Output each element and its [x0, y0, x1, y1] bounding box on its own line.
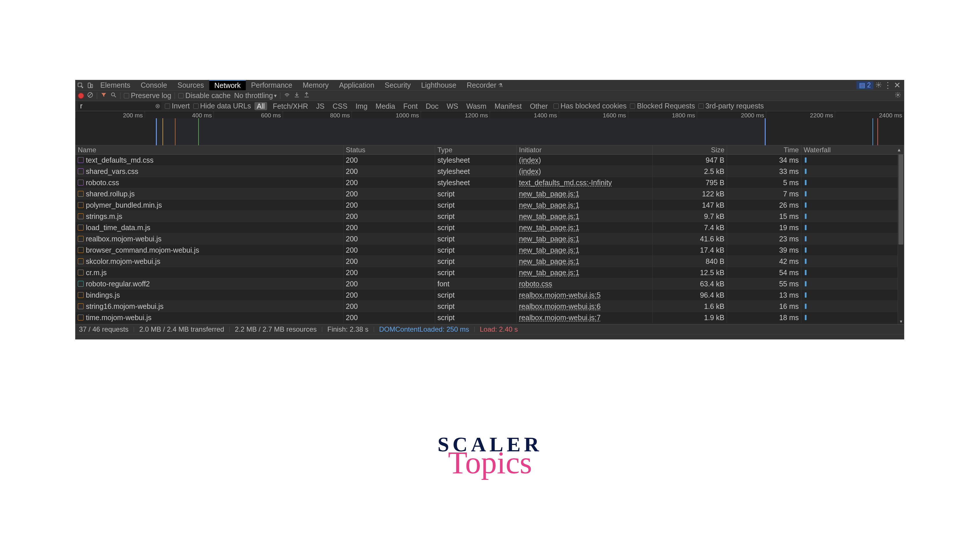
third-party-checkbox[interactable]: 3rd-party requests: [698, 102, 764, 110]
timeline-overview[interactable]: 200 ms 400 ms 600 ms 800 ms 1000 ms 1200…: [75, 111, 904, 145]
header-name[interactable]: Name: [75, 145, 344, 154]
file-name: shared.rollup.js: [86, 190, 135, 198]
initiator-link[interactable]: new_tab_page.js:1: [519, 224, 579, 232]
header-size[interactable]: Size: [653, 145, 727, 154]
table-row[interactable]: string16.mojom-webui.js200scriptrealbox.…: [75, 301, 904, 312]
tab-elements[interactable]: Elements: [95, 80, 135, 90]
initiator-link[interactable]: realbox.mojom-webui.js:5: [519, 291, 600, 299]
initiator-link[interactable]: realbox.mojom-webui.js:7: [519, 313, 600, 322]
table-row[interactable]: load_time_data.m.js200scriptnew_tab_page…: [75, 222, 904, 233]
table-row[interactable]: shared.rollup.js200scriptnew_tab_page.js…: [75, 188, 904, 200]
table-row[interactable]: time.mojom-webui.js200scriptrealbox.mojo…: [75, 312, 904, 323]
status-cell: 200: [344, 211, 435, 222]
filter-type-manifest[interactable]: Manifest: [492, 102, 524, 110]
table-row[interactable]: strings.m.js200scriptnew_tab_page.js:19.…: [75, 211, 904, 222]
inspect-element-icon[interactable]: [75, 82, 85, 89]
header-initiator[interactable]: Initiator: [517, 145, 653, 154]
export-har-icon[interactable]: [304, 91, 310, 100]
vertical-scrollbar[interactable]: ▴ ▾: [897, 155, 904, 324]
initiator-link[interactable]: new_tab_page.js:1: [519, 190, 579, 198]
issues-button[interactable]: ▤ 2: [856, 81, 873, 89]
initiator-link[interactable]: new_tab_page.js:1: [519, 235, 579, 243]
filter-toggle-icon[interactable]: [100, 91, 107, 100]
time-cell: 42 ms: [727, 256, 801, 267]
disable-cache-checkbox[interactable]: Disable cache: [178, 91, 231, 100]
filter-type-js[interactable]: JS: [314, 102, 327, 110]
filter-type-media[interactable]: Media: [373, 102, 397, 110]
initiator-link[interactable]: realbox.mojom-webui.js:6: [519, 302, 600, 311]
import-har-icon[interactable]: [294, 91, 300, 100]
filter-type-other[interactable]: Other: [528, 102, 550, 110]
network-conditions-icon[interactable]: [284, 91, 290, 100]
time-cell: 34 ms: [727, 155, 801, 166]
initiator-link[interactable]: new_tab_page.js:1: [519, 257, 579, 266]
header-time[interactable]: Time: [727, 145, 801, 154]
timeline-selection[interactable]: [156, 118, 765, 145]
filter-type-img[interactable]: Img: [353, 102, 370, 110]
blocked-requests-checkbox[interactable]: Blocked Requests: [630, 102, 695, 110]
close-devtools-icon[interactable]: ✕: [893, 80, 901, 90]
table-row[interactable]: polymer_bundled.min.js200scriptnew_tab_p…: [75, 200, 904, 211]
initiator-link[interactable]: (index): [519, 156, 541, 164]
table-row[interactable]: bindings.js200scriptrealbox.mojom-webui.…: [75, 289, 904, 301]
table-row[interactable]: browser_command.mojom-webui.js200scriptn…: [75, 244, 904, 256]
status-transferred: 2.0 MB / 2.4 MB transferred: [139, 325, 224, 334]
initiator-link[interactable]: new_tab_page.js:1: [519, 201, 579, 209]
filter-type-ws[interactable]: WS: [444, 102, 460, 110]
throttling-dropdown[interactable]: No throttling ▾: [234, 91, 277, 100]
initiator-link[interactable]: (index): [519, 167, 541, 176]
initiator-link[interactable]: new_tab_page.js:1: [519, 246, 579, 254]
table-row[interactable]: roboto-regular.woff2200fontroboto.css63.…: [75, 278, 904, 289]
filter-input[interactable]: [78, 102, 161, 110]
has-blocked-cookies-checkbox[interactable]: Has blocked cookies: [554, 102, 627, 110]
file-name: time.mojom-webui.js: [86, 313, 151, 322]
tab-memory[interactable]: Memory: [298, 80, 334, 90]
status-cell: 200: [344, 222, 435, 233]
clear-filter-icon[interactable]: ⊗: [155, 102, 160, 110]
time-cell: 13 ms: [727, 289, 801, 300]
settings-gear-icon[interactable]: [875, 81, 883, 90]
filter-type-fetchxhr[interactable]: Fetch/XHR: [270, 102, 310, 110]
header-type[interactable]: Type: [435, 145, 517, 154]
filter-type-css[interactable]: CSS: [330, 102, 350, 110]
filter-type-all[interactable]: All: [255, 102, 267, 110]
initiator-link[interactable]: new_tab_page.js:1: [519, 212, 579, 220]
tab-recorder[interactable]: Recorder ⚗: [461, 80, 508, 90]
initiator-link[interactable]: text_defaults_md.css:-Infinity: [519, 179, 612, 187]
initiator-link[interactable]: new_tab_page.js:1: [519, 268, 579, 277]
tab-application[interactable]: Application: [334, 80, 380, 90]
filter-type-doc[interactable]: Doc: [423, 102, 441, 110]
header-waterfall[interactable]: Waterfall ▲: [801, 145, 904, 154]
svg-line-7: [115, 96, 116, 97]
search-icon[interactable]: [110, 91, 117, 100]
record-button[interactable]: [78, 93, 84, 98]
timeline-graph[interactable]: [75, 118, 904, 145]
preserve-log-checkbox[interactable]: Preserve log: [124, 91, 171, 100]
scroll-down-icon[interactable]: ▾: [898, 319, 904, 324]
tab-performance[interactable]: Performance: [246, 80, 298, 90]
network-settings-gear-icon[interactable]: [895, 91, 901, 100]
tab-console[interactable]: Console: [135, 80, 172, 90]
filter-type-font[interactable]: Font: [401, 102, 420, 110]
clear-button-icon[interactable]: [87, 91, 93, 100]
invert-checkbox[interactable]: Invert: [165, 102, 190, 110]
scroll-thumb[interactable]: [899, 155, 904, 244]
initiator-link[interactable]: roboto.css: [519, 280, 552, 288]
tab-security[interactable]: Security: [380, 80, 416, 90]
console-drawer-strip[interactable]: [75, 334, 904, 339]
table-row[interactable]: realbox.mojom-webui.js200scriptnew_tab_p…: [75, 233, 904, 244]
tab-sources[interactable]: Sources: [172, 80, 209, 90]
tab-network[interactable]: Network: [209, 80, 246, 90]
table-row[interactable]: cr.m.js200scriptnew_tab_page.js:112.5 kB…: [75, 267, 904, 278]
header-status[interactable]: Status: [344, 145, 435, 154]
tab-lighthouse[interactable]: Lighthouse: [416, 80, 461, 90]
filter-type-wasm[interactable]: Wasm: [464, 102, 489, 110]
hide-data-urls-checkbox[interactable]: Hide data URLs: [193, 102, 251, 110]
table-row[interactable]: text_defaults_md.css200stylesheet(index)…: [75, 155, 904, 166]
table-row[interactable]: roboto.css200stylesheettext_defaults_md.…: [75, 177, 904, 188]
svg-point-8: [287, 96, 288, 97]
more-menu-icon[interactable]: ⋮: [884, 80, 892, 90]
device-toolbar-icon[interactable]: [85, 82, 95, 89]
table-row[interactable]: shared_vars.css200stylesheet(index)2.5 k…: [75, 166, 904, 177]
table-row[interactable]: skcolor.mojom-webui.js200scriptnew_tab_p…: [75, 256, 904, 267]
